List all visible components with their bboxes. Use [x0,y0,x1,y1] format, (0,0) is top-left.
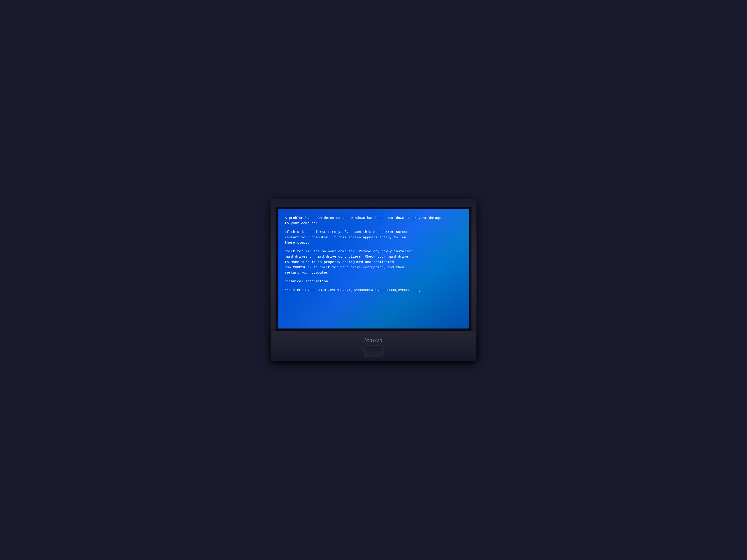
bsod-line: hard drives or hard drive controllers. C… [285,254,462,260]
bsod-line: If this is the first time you've seen th… [285,230,462,235]
screen-bezel: A problem has been detected and windows … [276,207,471,331]
speaker-dot [376,336,377,336]
bsod-line: restart your computer. [285,270,462,275]
laptop-base: lenovo [271,331,476,361]
speaker-grill [370,336,377,336]
speaker-dot [375,336,376,336]
bsod-line: to your computer. [285,221,462,226]
bsod-line [285,284,462,288]
bsod-line [285,226,462,230]
bsod-line: Run CHKDSK /F to check for hard drive co… [285,265,462,270]
laptop-outer: A problem has been detected and windows … [271,199,476,361]
bsod-line: restart your computer. If this screen ap… [285,235,462,240]
speaker-dot [371,336,372,336]
speaker-dot [370,336,371,336]
bsod-line: to make sure it is properly configured a… [285,260,462,265]
webcam [372,203,375,206]
bsod-screen: A problem has been detected and windows … [278,209,469,329]
bsod-text-container: A problem has been detected and windows … [285,215,462,293]
bsod-line [285,275,462,279]
bsod-line: Check for viruses on your computer. Remo… [285,249,462,254]
brand-label: lenovo [364,337,383,344]
bsod-line [285,245,462,249]
bsod-line: *** STOP: 0x0000007B (0xF78D2524,0xC0000… [285,288,462,293]
speaker-dot [373,336,374,336]
bsod-line: these steps: [285,240,462,245]
touchpad [364,345,383,357]
bsod-line: A problem has been detected and windows … [285,215,462,221]
bsod-line: Technical information: [285,279,462,284]
